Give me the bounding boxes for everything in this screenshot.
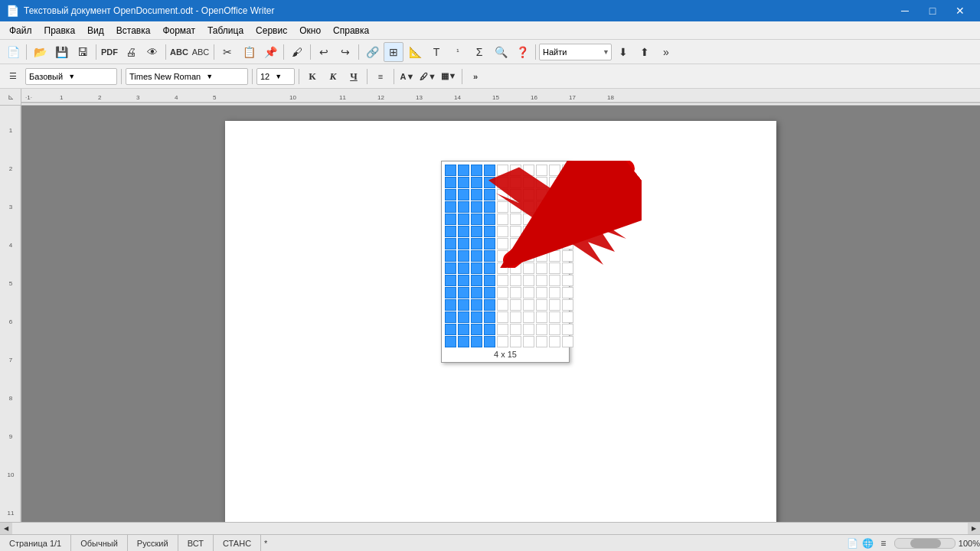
table-cell[interactable] (471, 336, 482, 347)
table-cell[interactable] (536, 324, 547, 335)
search-input[interactable] (540, 47, 601, 57)
table-cell[interactable] (549, 275, 560, 286)
table-cell[interactable] (484, 214, 495, 225)
view-outline-icon[interactable]: ≡ (876, 536, 891, 551)
table-cell[interactable] (562, 336, 573, 347)
view-web-icon[interactable]: 🌐 (861, 536, 876, 551)
table-cell[interactable] (458, 165, 469, 176)
table-cell[interactable] (484, 287, 495, 298)
table-cell[interactable] (510, 165, 521, 176)
table-cell[interactable] (497, 189, 508, 201)
undo-button[interactable]: ↩ (314, 42, 334, 62)
font-color-button[interactable]: A▼ (398, 67, 416, 86)
table-cell[interactable] (562, 189, 573, 201)
menu-view[interactable]: Вид (81, 24, 110, 37)
table-cell[interactable] (471, 177, 482, 188)
menu-format[interactable]: Формат (156, 24, 201, 37)
search-box[interactable]: ▼ (539, 44, 612, 60)
table-cell[interactable] (497, 262, 508, 274)
table-cell[interactable] (458, 324, 469, 335)
table-cell[interactable] (497, 177, 508, 188)
table-cell[interactable] (497, 299, 508, 311)
zoom-slider[interactable] (894, 538, 956, 549)
table-cell[interactable] (523, 336, 534, 347)
table-cell[interactable] (562, 238, 573, 249)
table-cell[interactable] (536, 226, 547, 237)
bold-button[interactable]: К (303, 67, 322, 86)
table-cell[interactable] (471, 226, 482, 237)
table-cell[interactable] (471, 311, 482, 323)
table-cell[interactable] (523, 299, 534, 311)
table-cell[interactable] (549, 336, 560, 347)
table-cell[interactable] (549, 262, 560, 274)
table-cell[interactable] (445, 336, 456, 347)
table-cell[interactable] (523, 165, 534, 176)
footnote-button[interactable]: ¹ (448, 42, 468, 62)
table-cell[interactable] (510, 250, 521, 262)
font-size-select[interactable]: 12 ▼ (256, 68, 295, 85)
table-cell[interactable] (458, 189, 469, 201)
table-cell[interactable] (510, 226, 521, 237)
table-cell[interactable] (484, 238, 495, 249)
table-button[interactable]: ⊞ (384, 42, 403, 62)
table-cell[interactable] (471, 275, 482, 286)
scroll-left-button[interactable]: ◀ (0, 523, 12, 535)
redo-button[interactable]: ↪ (335, 42, 355, 62)
table-cell[interactable] (562, 250, 573, 262)
find-button[interactable]: 🔍 (491, 42, 511, 62)
table-cell[interactable] (445, 226, 456, 237)
table-cell[interactable] (523, 311, 534, 323)
close-button[interactable]: ✕ (946, 0, 974, 21)
find-next-button[interactable]: ⬇ (613, 42, 633, 62)
table-cell[interactable] (471, 165, 482, 176)
menu-insert[interactable]: Вставка (110, 24, 157, 37)
table-cell[interactable] (536, 311, 547, 323)
table-cell[interactable] (549, 299, 560, 311)
table-cell[interactable] (562, 324, 573, 335)
table-cell[interactable] (445, 201, 456, 213)
menu-file[interactable]: Файл (3, 24, 38, 37)
table-cell[interactable] (445, 189, 456, 201)
maximize-button[interactable]: □ (919, 0, 946, 21)
table-cell[interactable] (497, 201, 508, 213)
table-cell[interactable] (510, 287, 521, 298)
table-cell[interactable] (445, 311, 456, 323)
table-cell[interactable] (536, 262, 547, 274)
table-cell[interactable] (562, 226, 573, 237)
textbox-button[interactable]: T (426, 42, 446, 62)
table-cell[interactable] (484, 262, 495, 274)
table-cell[interactable] (458, 311, 469, 323)
format-paint-button[interactable]: 🖌 (287, 42, 307, 62)
font-select[interactable]: Times New Roman ▼ (126, 68, 248, 85)
table-cell[interactable] (510, 299, 521, 311)
help-button[interactable]: ❓ (512, 42, 532, 62)
spellcheck-button[interactable]: ABC (169, 42, 189, 62)
menu-edit[interactable]: Правка (38, 24, 82, 37)
table-cell[interactable] (484, 250, 495, 262)
table-cell[interactable] (562, 214, 573, 225)
table-cell[interactable] (471, 201, 482, 213)
table-grid[interactable] (445, 165, 566, 347)
table-cell[interactable] (497, 336, 508, 347)
table-cell[interactable] (549, 214, 560, 225)
table-cell[interactable] (523, 226, 534, 237)
table-cell[interactable] (510, 324, 521, 335)
insert-mode[interactable]: ВСТ (178, 535, 214, 551)
table-cell[interactable] (445, 262, 456, 274)
view-normal-icon[interactable]: 📄 (845, 536, 861, 551)
table-cell[interactable] (458, 299, 469, 311)
table-cell[interactable] (549, 165, 560, 176)
menu-table[interactable]: Таблица (201, 24, 250, 37)
table-cell[interactable] (497, 165, 508, 176)
table-cell[interactable] (458, 201, 469, 213)
table-cell[interactable] (445, 275, 456, 286)
table-cell[interactable] (536, 336, 547, 347)
horizontal-scrollbar[interactable]: ◀ ▶ (0, 522, 980, 534)
table-cell[interactable] (562, 177, 573, 188)
table-cell[interactable] (484, 275, 495, 286)
table-cell[interactable] (523, 238, 534, 249)
table-cell[interactable] (536, 250, 547, 262)
table-cell[interactable] (536, 165, 547, 176)
table-cell[interactable] (458, 177, 469, 188)
table-cell[interactable] (549, 226, 560, 237)
